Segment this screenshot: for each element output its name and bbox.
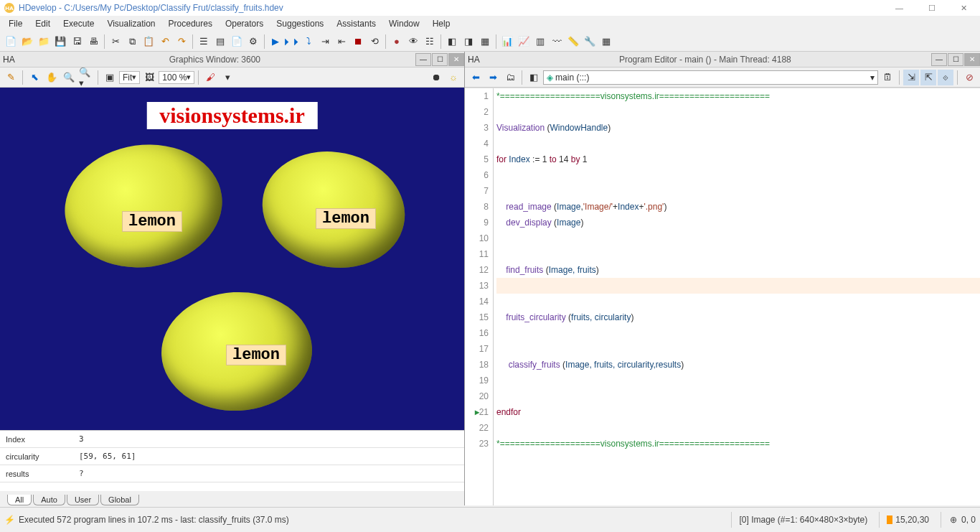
- list-icon[interactable]: ☰: [196, 34, 212, 50]
- zoom-dd-icon[interactable]: 🔍▾: [78, 70, 94, 85]
- folder-icon[interactable]: 📁: [36, 34, 52, 50]
- window2-icon[interactable]: ◨: [461, 34, 476, 50]
- variable-row[interactable]: circularity [59, 65, 61]: [0, 448, 464, 465]
- edit2-icon[interactable]: ⇱: [920, 70, 936, 85]
- menu-operators[interactable]: Operators: [220, 17, 269, 30]
- display-icon[interactable]: ▣: [102, 70, 118, 85]
- close-button[interactable]: ✕: [948, 0, 980, 16]
- graphics-canvas[interactable]: visionsystems.ir lemon lemon lemon: [0, 88, 464, 430]
- watch-icon[interactable]: 👁: [405, 34, 421, 50]
- undo-icon[interactable]: ↶: [157, 34, 173, 50]
- menu-bar: File Edit Execute Visualization Procedur…: [0, 16, 980, 32]
- record-icon[interactable]: ⏺: [428, 70, 444, 85]
- menu-procedures[interactable]: Procedures: [163, 17, 218, 30]
- print-icon[interactable]: 🖶: [85, 34, 101, 50]
- var-value: [59, 65, 61]: [72, 452, 136, 461]
- breakpoint-icon[interactable]: ●: [389, 34, 405, 50]
- editor-pane: HA Program Editor - main () - Main Threa…: [465, 52, 980, 505]
- window3-icon[interactable]: ▦: [477, 34, 493, 50]
- pane-minimize-button[interactable]: —: [415, 53, 431, 66]
- step-out-icon[interactable]: ⇤: [334, 34, 349, 50]
- window1-icon[interactable]: ◧: [444, 34, 460, 50]
- maximize-button[interactable]: ☐: [915, 0, 948, 16]
- procedure-dropdown[interactable]: ◈ main (:::) ▾: [543, 70, 878, 85]
- hand-icon[interactable]: ✋: [44, 70, 60, 85]
- minimize-button[interactable]: —: [883, 0, 915, 16]
- editor-title: Program Editor - main () - Main Thread: …: [480, 55, 930, 65]
- hist-icon[interactable]: ▥: [532, 34, 548, 50]
- exec-icon: ⚡: [4, 515, 14, 525]
- menu-window[interactable]: Window: [383, 17, 425, 30]
- menu-execute[interactable]: Execute: [57, 17, 100, 30]
- clear-bp-icon[interactable]: ⊘: [961, 70, 977, 85]
- bookmark-icon[interactable]: 🗂: [502, 70, 518, 85]
- measure-icon[interactable]: 📏: [565, 34, 581, 50]
- coord-pos: ⊕0, 0: [941, 512, 976, 528]
- pointer-icon[interactable]: ⬉: [27, 70, 42, 85]
- menu-assistants[interactable]: Assistants: [331, 17, 382, 30]
- stop-icon[interactable]: ⏹: [350, 34, 366, 50]
- menu-suggestions[interactable]: Suggestions: [270, 17, 329, 30]
- zoom-dropdown[interactable]: 100 % ▾: [159, 71, 194, 84]
- graphics-title: Graphics Window: 3600: [15, 55, 415, 65]
- code-editor[interactable]: 1234567891011121314151617181920▸212223 *…: [465, 88, 980, 505]
- menu-edit[interactable]: Edit: [29, 17, 56, 30]
- proc-icon[interactable]: ◧: [526, 70, 542, 85]
- step-over-icon[interactable]: ⤵: [301, 34, 316, 50]
- chart1-icon[interactable]: 📊: [499, 34, 515, 50]
- pane-maximize-button[interactable]: ☐: [948, 53, 963, 66]
- pane-close-button[interactable]: ✕: [448, 53, 464, 66]
- menu-help[interactable]: Help: [427, 17, 456, 30]
- run-step-icon[interactable]: ⏵⏵: [284, 34, 300, 50]
- edit1-icon[interactable]: ⇲: [903, 70, 919, 85]
- settings-icon[interactable]: ⚙: [245, 34, 261, 50]
- cal-icon[interactable]: 🗓: [880, 70, 895, 85]
- run-icon[interactable]: ▶: [268, 34, 283, 50]
- nav-back-icon[interactable]: ⬅: [468, 70, 484, 85]
- paste-icon[interactable]: 📋: [141, 34, 156, 50]
- light-icon[interactable]: ☼: [446, 70, 461, 85]
- pane-close-button[interactable]: ✕: [964, 53, 980, 66]
- pane-logo-icon: HA: [3, 55, 15, 65]
- reset-icon[interactable]: ⟲: [367, 34, 382, 50]
- save-icon[interactable]: 💾: [52, 34, 68, 50]
- fit-dropdown[interactable]: Fit ▾: [119, 71, 140, 84]
- save-all-icon[interactable]: 🖫: [69, 34, 85, 50]
- open-icon[interactable]: 📂: [19, 34, 35, 50]
- main-toolbar: 📄 📂 📁 💾 🖫 🖶 ✂ ⧉ 📋 ↶ ↷ ☰ ▤ 📄 ⚙ ▶ ⏵⏵ ⤵ ⇥ ⇤…: [0, 32, 980, 52]
- tab-global[interactable]: Global: [100, 495, 139, 505]
- props-icon[interactable]: ▤: [212, 34, 228, 50]
- image-icon[interactable]: 🖼: [141, 70, 157, 85]
- chart2-icon[interactable]: 📈: [516, 34, 532, 50]
- brush-icon[interactable]: 🖌: [202, 70, 218, 85]
- redo-icon[interactable]: ↷: [174, 34, 189, 50]
- pane-minimize-button[interactable]: —: [931, 53, 947, 66]
- tab-user[interactable]: User: [67, 495, 99, 505]
- window-title: HDevelop - C:/Users/My Pc/Desktop/Classi…: [19, 3, 283, 13]
- new-icon[interactable]: 📄: [3, 34, 19, 50]
- copy-icon[interactable]: ⧉: [124, 34, 140, 50]
- step-in-icon[interactable]: ⇥: [317, 34, 333, 50]
- pane-maximize-button[interactable]: ☐: [432, 53, 448, 66]
- line-gutter: 1234567891011121314151617181920▸212223: [465, 88, 494, 505]
- zoom-icon[interactable]: 🔍: [61, 70, 77, 85]
- variable-row[interactable]: results ?: [0, 465, 464, 482]
- grid-icon[interactable]: ▦: [598, 34, 614, 50]
- menu-file[interactable]: File: [3, 17, 28, 30]
- menu-visualization[interactable]: Visualization: [101, 17, 161, 30]
- doc-icon[interactable]: 📄: [229, 34, 245, 50]
- tool-icon[interactable]: 🔧: [582, 34, 598, 50]
- tab-auto[interactable]: Auto: [33, 495, 65, 505]
- var-name: Index: [0, 435, 72, 444]
- profile-icon[interactable]: 〰: [549, 34, 565, 50]
- variable-row[interactable]: Index 3: [0, 431, 464, 448]
- edit3-icon[interactable]: ⟐: [938, 70, 953, 85]
- graphics-toolbar: ✎ ⬉ ✋ 🔍 🔍▾ ▣ Fit ▾ 🖼 100 % ▾ 🖌 ▾ ⏺ ☼: [0, 67, 464, 88]
- watermark-label: visionsystems.ir: [146, 102, 318, 129]
- pencil-icon[interactable]: ✎: [3, 70, 19, 85]
- vars-icon[interactable]: ☷: [422, 34, 438, 50]
- nav-fwd-icon[interactable]: ➡: [485, 70, 501, 85]
- brush-dd-icon[interactable]: ▾: [220, 70, 235, 85]
- cut-icon[interactable]: ✂: [108, 34, 123, 50]
- tab-all[interactable]: All: [7, 495, 32, 505]
